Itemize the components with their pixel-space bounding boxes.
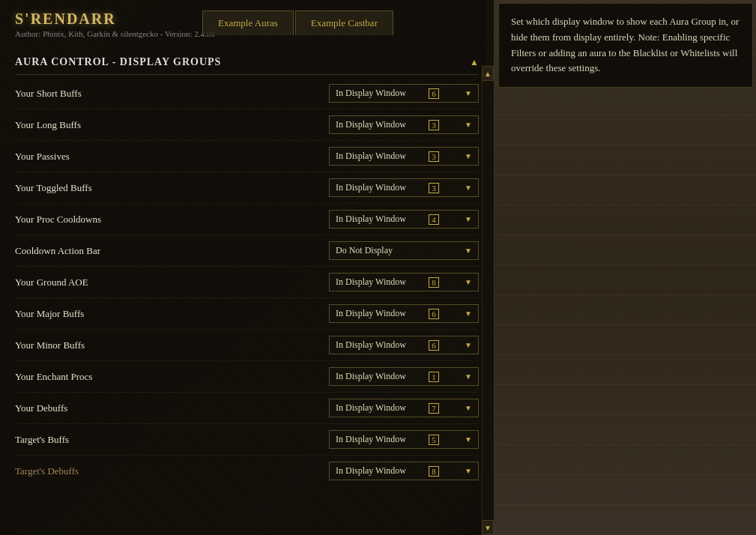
app-title: S'RENDARR xyxy=(15,10,215,28)
group-label-enchant-procs: Your Enchant Procs xyxy=(15,371,92,383)
group-label-toggled-buffs: Your Toggled Buffs xyxy=(15,182,92,194)
app-branding: S'RENDARR Author: Phinix, Kith, Garkin &… xyxy=(15,10,215,38)
display-dropdown-targets-debuffs[interactable]: In Display Window8▼ xyxy=(329,462,479,480)
dropdown-text-minor-buffs: In Display Window xyxy=(336,339,406,351)
dropdown-arrow-targets-debuffs: ▼ xyxy=(465,467,472,475)
main-panel: S'RENDARR Author: Phinix, Kith, Garkin &… xyxy=(0,0,495,535)
display-dropdown-debuffs[interactable]: In Display Window7▼ xyxy=(329,399,479,417)
section-header: AURA CONTROL - DISPLAY GROUPS ▲ xyxy=(15,49,479,75)
dropdown-badge-ground-aoe: 8 xyxy=(429,277,439,288)
dropdown-text-short-buffs: In Display Window xyxy=(336,88,406,99)
dropdown-text-cooldown-action-bar: Do Not Display xyxy=(336,245,393,256)
dropdown-arrow-enchant-procs: ▼ xyxy=(465,372,472,381)
display-dropdown-cooldown-action-bar[interactable]: Do Not Display▼ xyxy=(329,241,479,260)
dropdown-text-toggled-buffs: In Display Window xyxy=(336,182,406,193)
section-collapse-arrow[interactable]: ▲ xyxy=(470,57,479,68)
dropdown-badge-proc-cooldowns: 4 xyxy=(429,214,439,225)
group-label-debuffs: Your Debuffs xyxy=(15,402,67,414)
dropdown-arrow-ground-aoe: ▼ xyxy=(465,278,472,286)
group-label-passives: Your Passives xyxy=(15,151,70,163)
display-dropdown-enchant-procs[interactable]: In Display Window1▼ xyxy=(329,367,479,386)
dropdown-text-targets-buffs: In Display Window xyxy=(336,434,406,445)
display-group-row: Your Proc CooldownsIn Display Window4▼ xyxy=(15,204,479,235)
header-area: S'RENDARR Author: Phinix, Kith, Garkin &… xyxy=(0,0,494,43)
group-label-major-buffs: Your Major Buffs xyxy=(15,308,84,320)
tooltip-panel: Set which display window to show each Au… xyxy=(498,3,753,88)
scrollbar-track[interactable] xyxy=(482,81,494,520)
display-dropdown-minor-buffs[interactable]: In Display Window6▼ xyxy=(329,336,479,354)
display-group-row: Your Long BuffsIn Display Window3▼ xyxy=(15,109,479,141)
display-group-row: Your Minor BuffsIn Display Window6▼ xyxy=(15,330,479,361)
display-group-row: Your Major BuffsIn Display Window6▼ xyxy=(15,298,479,330)
display-dropdown-proc-cooldowns[interactable]: In Display Window4▼ xyxy=(329,210,479,229)
display-group-row: Cooldown Action BarDo Not Display▼ xyxy=(15,235,479,267)
group-label-minor-buffs: Your Minor Buffs xyxy=(15,339,85,351)
dropdown-badge-passives: 3 xyxy=(429,151,439,162)
dropdown-text-targets-debuffs: In Display Window xyxy=(336,465,406,477)
display-dropdown-long-buffs[interactable]: In Display Window3▼ xyxy=(329,115,479,134)
dropdown-text-ground-aoe: In Display Window xyxy=(336,276,406,288)
content-area: AURA CONTROL - DISPLAY GROUPS ▲ Your Sho… xyxy=(0,49,494,486)
display-dropdown-toggled-buffs[interactable]: In Display Window3▼ xyxy=(329,178,479,197)
display-group-row: Target's BuffsIn Display Window5▼ xyxy=(15,424,479,456)
dropdown-text-passives: In Display Window xyxy=(336,151,406,162)
display-groups-list: Your Short BuffsIn Display Window6▼Your … xyxy=(15,78,479,486)
display-group-row: Your PassivesIn Display Window3▼ xyxy=(15,141,479,172)
tab-example-castbar[interactable]: Example Castbar xyxy=(295,10,393,35)
display-group-row: Target's DebuffsIn Display Window8▼ xyxy=(15,456,479,486)
group-label-targets-debuffs: Target's Debuffs xyxy=(15,465,79,477)
display-dropdown-ground-aoe[interactable]: In Display Window8▼ xyxy=(329,273,479,291)
display-dropdown-major-buffs[interactable]: In Display Window6▼ xyxy=(329,304,479,323)
display-dropdown-short-buffs[interactable]: In Display Window6▼ xyxy=(329,84,479,103)
dropdown-arrow-targets-buffs: ▼ xyxy=(465,435,472,444)
dropdown-badge-minor-buffs: 6 xyxy=(429,340,439,351)
dropdown-text-long-buffs: In Display Window xyxy=(336,119,406,130)
section-title: AURA CONTROL - DISPLAY GROUPS xyxy=(15,56,221,68)
dropdown-badge-long-buffs: 3 xyxy=(429,120,439,130)
dropdown-text-proc-cooldowns: In Display Window xyxy=(336,214,406,225)
group-label-short-buffs: Your Short Buffs xyxy=(15,88,82,100)
author-line: Author: Phinix, Kith, Garkin & silentgec… xyxy=(15,29,215,38)
dropdown-badge-enchant-procs: 1 xyxy=(429,372,439,382)
group-label-long-buffs: Your Long Buffs xyxy=(15,119,81,131)
dropdown-arrow-proc-cooldowns: ▼ xyxy=(465,215,472,223)
tabs-bar: Example Auras Example Castbar xyxy=(202,10,393,35)
group-label-ground-aoe: Your Ground AOE xyxy=(15,276,88,288)
dropdown-arrow-minor-buffs: ▼ xyxy=(465,341,472,349)
dropdown-badge-targets-buffs: 5 xyxy=(429,435,439,445)
dropdown-arrow-cooldown-action-bar: ▼ xyxy=(465,247,472,255)
dropdown-badge-targets-debuffs: 8 xyxy=(429,466,439,477)
dropdown-arrow-toggled-buffs: ▼ xyxy=(465,184,472,192)
dropdown-arrow-passives: ▼ xyxy=(465,152,472,160)
display-group-row: Your Toggled BuffsIn Display Window3▼ xyxy=(15,172,479,204)
dropdown-badge-toggled-buffs: 3 xyxy=(429,183,439,193)
dropdown-arrow-debuffs: ▼ xyxy=(465,404,472,412)
tab-example-auras[interactable]: Example Auras xyxy=(202,10,294,35)
display-group-row: Your DebuffsIn Display Window7▼ xyxy=(15,393,479,424)
group-label-targets-buffs: Target's Buffs xyxy=(15,434,69,446)
dropdown-badge-short-buffs: 6 xyxy=(429,88,439,99)
dropdown-arrow-long-buffs: ▼ xyxy=(465,121,472,129)
display-group-row: Your Short BuffsIn Display Window6▼ xyxy=(15,78,479,109)
dropdown-badge-debuffs: 7 xyxy=(429,403,439,414)
display-group-row: Your Enchant ProcsIn Display Window1▼ xyxy=(15,361,479,393)
dropdown-arrow-short-buffs: ▼ xyxy=(465,89,472,97)
scroll-down-button[interactable]: ▼ xyxy=(482,520,494,535)
scroll-up-button[interactable]: ▲ xyxy=(482,66,494,81)
display-group-row: Your Ground AOEIn Display Window8▼ xyxy=(15,267,479,298)
display-dropdown-targets-buffs[interactable]: In Display Window5▼ xyxy=(329,430,479,449)
group-label-cooldown-action-bar: Cooldown Action Bar xyxy=(15,245,100,257)
dropdown-arrow-major-buffs: ▼ xyxy=(465,309,472,318)
display-dropdown-passives[interactable]: In Display Window3▼ xyxy=(329,147,479,166)
dropdown-text-enchant-procs: In Display Window xyxy=(336,371,406,382)
dropdown-text-debuffs: In Display Window xyxy=(336,402,406,414)
group-label-proc-cooldowns: Your Proc Cooldowns xyxy=(15,214,101,226)
dropdown-badge-major-buffs: 6 xyxy=(429,309,439,319)
dropdown-text-major-buffs: In Display Window xyxy=(336,308,406,319)
tooltip-text: Set which display window to show each Au… xyxy=(511,16,739,73)
